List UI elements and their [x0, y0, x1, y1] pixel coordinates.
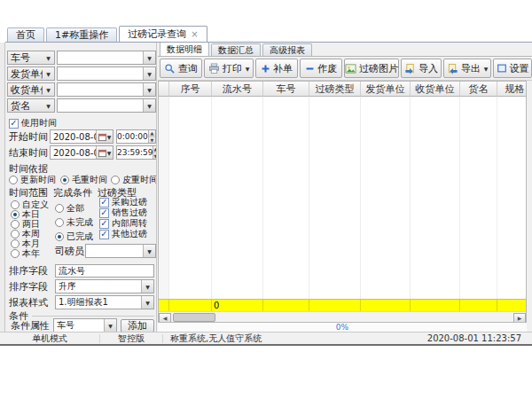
shipper-field-selector[interactable]: 发货单位▼	[7, 66, 55, 81]
tab-weigh-operation[interactable]: 1#称重操作	[46, 27, 117, 42]
finish-option-1[interactable]: 未完成	[55, 216, 93, 229]
group-line	[32, 316, 154, 317]
receiver-value-combo[interactable]: ▼	[57, 82, 156, 97]
grid-column	[497, 97, 527, 299]
shipper-value-combo[interactable]: ▼	[57, 66, 156, 81]
void-button[interactable]: 作废	[300, 59, 342, 78]
radio-icon	[11, 249, 20, 258]
settings-button[interactable]: 设置	[493, 59, 532, 78]
supplement-order-button[interactable]: 补单	[255, 59, 298, 78]
radio-icon	[55, 232, 64, 241]
start-date-picker[interactable]: 2020-08-01 ▼	[50, 129, 113, 144]
grid-column	[169, 97, 212, 299]
column-header-spec[interactable]: 规格	[497, 82, 527, 97]
start-time-spinner[interactable]: 0:00:00 ▲▼	[116, 129, 156, 144]
weigher-value	[86, 245, 143, 257]
type-option-3[interactable]: 其他过磅	[99, 228, 147, 240]
finish-option-1-label: 未完成	[66, 216, 93, 229]
weigher-combo[interactable]: ▼	[85, 244, 156, 258]
vehicle-field-selector[interactable]: 车号▼	[7, 51, 55, 65]
goods-field-selector[interactable]: 货名▼	[7, 98, 55, 113]
import-button[interactable]: 导入	[401, 59, 442, 78]
column-header-vehicle[interactable]: 车号	[263, 82, 309, 97]
scrollbar-thumb[interactable]	[173, 313, 215, 322]
sort-order-combo[interactable]: 升序▼	[55, 279, 154, 293]
grid-column	[263, 97, 309, 299]
condition-attr-combo[interactable]: 车号▼	[53, 318, 117, 332]
basis-option-0[interactable]: 更新时间	[9, 174, 56, 186]
printer-icon	[208, 63, 220, 74]
filter-row-receiver: 收货单位▼ ▼	[7, 82, 156, 97]
column-header-serial[interactable]: 流水号	[212, 82, 263, 97]
progress-value: 0%	[336, 323, 348, 332]
end-date-picker[interactable]: 2020-08-01 ▼	[50, 145, 113, 160]
tab-advanced-report[interactable]: 高级报表	[262, 43, 312, 56]
finish-option-2[interactable]: 已完成	[55, 231, 93, 243]
start-time-value: 0:00:00	[117, 130, 148, 143]
panel-splitter[interactable]	[156, 43, 157, 332]
settings-button-label: 设置	[510, 62, 529, 75]
scroll-left-arrow-icon[interactable]: ◀	[159, 313, 171, 323]
vehicle-value-combo[interactable]: ▼	[57, 51, 156, 65]
checkbox-icon	[99, 208, 109, 218]
shipper-value	[58, 67, 143, 80]
basis-option-2[interactable]: 皮重时间	[111, 174, 156, 186]
summary-row: 0	[159, 299, 526, 311]
column-header-seq[interactable]: 序号	[169, 82, 212, 97]
records-grid: 序号 流水号 车号 过磅类型 发货单位 收货单位 货名 规格	[158, 81, 527, 323]
add-condition-button[interactable]: 添加	[121, 319, 154, 332]
vehicle-field-label: 车号	[8, 51, 43, 64]
weigher-label: 司磅员	[55, 245, 85, 258]
grid-body[interactable]	[159, 97, 526, 299]
range-option-5[interactable]: 本年	[11, 247, 40, 260]
print-button[interactable]: 打印 ▼	[204, 59, 254, 78]
grid-column	[460, 97, 497, 299]
scroll-right-arrow-icon[interactable]: ▶	[513, 313, 526, 323]
tab-weigh-record-query[interactable]: 过磅记录查询 ×	[119, 26, 207, 42]
export-button[interactable]: 导出 ▼	[443, 59, 491, 78]
use-time-checkbox[interactable]: 使用时间	[9, 117, 57, 129]
column-header-receiver[interactable]: 收货单位	[411, 82, 460, 97]
end-time-spinner[interactable]: 23:59:59 ▲▼	[116, 145, 156, 160]
finish-option-0[interactable]: 全部	[55, 202, 84, 215]
use-time-label: 使用时间	[21, 117, 57, 129]
radio-icon	[55, 204, 64, 213]
goods-value-combo[interactable]: ▼	[57, 98, 156, 113]
sort-field-row: 排序字段 流水号	[9, 264, 156, 278]
grid-column	[309, 97, 361, 299]
chevron-down-icon: ▼	[143, 51, 155, 64]
shipper-field-label: 发货单位	[8, 67, 43, 80]
spinner-arrows-icon[interactable]: ▲▼	[153, 146, 156, 159]
time-range-title: 时间范围	[9, 186, 48, 200]
export-button-label: 导出	[461, 62, 481, 75]
column-header-goods[interactable]: 货名	[460, 82, 497, 97]
close-tab-icon[interactable]: ×	[191, 30, 198, 39]
start-date-value: 2020-08-01	[51, 130, 96, 143]
chevron-down-icon: ▼	[141, 296, 153, 309]
query-button[interactable]: 查询	[160, 59, 202, 78]
goods-field-label: 货名	[8, 99, 43, 112]
sort-field-input[interactable]: 流水号	[55, 264, 154, 278]
receiver-field-selector[interactable]: 收货单位▼	[7, 82, 55, 97]
calendar-icon: ▼	[96, 130, 113, 143]
grid-column	[212, 97, 263, 299]
sort-field-value: 流水号	[59, 265, 85, 278]
finish-option-0-label: 全部	[66, 202, 84, 215]
tab-data-detail[interactable]: 数据明细	[160, 43, 209, 56]
spinner-arrows-icon[interactable]: ▲▼	[148, 130, 155, 143]
goods-value	[58, 99, 143, 112]
summary-indicator-cell	[159, 300, 169, 311]
end-time-value: 23:59:59	[117, 146, 153, 159]
tab-data-summary[interactable]: 数据汇总	[211, 43, 261, 56]
column-header-shipper[interactable]: 发货单位	[361, 82, 411, 97]
report-style-combo[interactable]: 1.明细报表1▼	[55, 295, 154, 309]
horizontal-scrollbar[interactable]: ◀ ▶	[159, 311, 526, 323]
tab-home[interactable]: 首页	[7, 27, 44, 42]
weighing-app-window: 首页 1#称重操作 过磅记录查询 × 车号▼ ▼ 发货单位▼ ▼ 收货单位▼ ▼	[0, 0, 532, 399]
summary-cell	[497, 300, 527, 311]
import-button-label: 导入	[419, 62, 438, 75]
basis-option-1[interactable]: 毛重时间	[60, 174, 107, 186]
column-header-weightype[interactable]: 过磅类型	[309, 82, 361, 97]
chevron-down-icon: ▼	[143, 245, 155, 257]
weigh-photos-button[interactable]: 过磅图片	[344, 59, 399, 78]
